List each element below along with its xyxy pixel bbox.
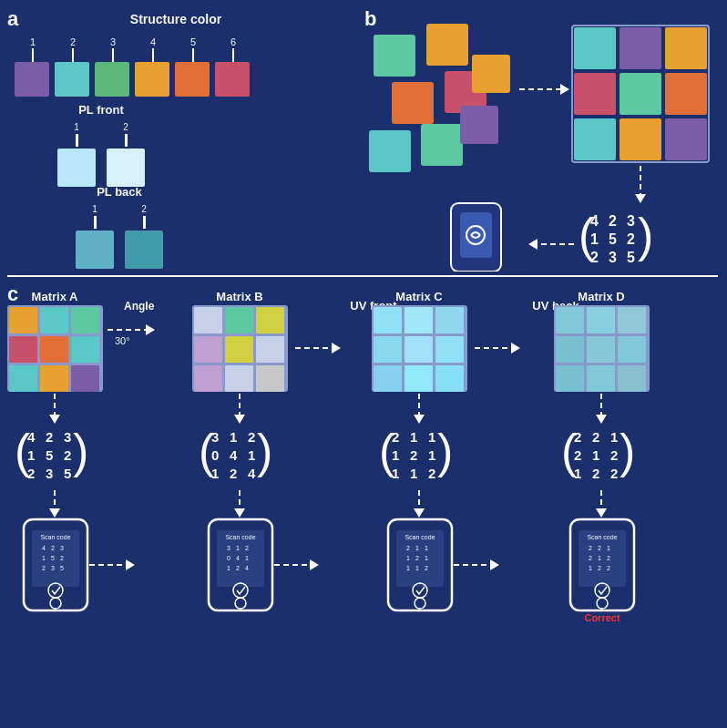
pl-back-num-1: 1	[92, 204, 97, 214]
pl-front-section: PL front 1 2	[57, 103, 145, 187]
svg-text:1: 1	[406, 565, 410, 571]
svg-rect-108	[194, 365, 222, 392]
svg-rect-54	[460, 212, 492, 258]
svg-text:1: 1	[406, 555, 410, 561]
svg-rect-22	[369, 130, 411, 172]
svg-text:3: 3	[46, 466, 53, 481]
pl-front-color-1	[57, 149, 96, 187]
svg-marker-98	[146, 324, 155, 335]
svg-text:2: 2	[406, 545, 410, 551]
svg-text:Matrix B: Matrix B	[216, 290, 262, 303]
svg-rect-151	[404, 336, 433, 363]
svg-text:1: 1	[245, 555, 249, 561]
pl-back-num-2: 2	[141, 204, 147, 214]
svg-text:1: 1	[415, 565, 419, 571]
svg-text:2: 2	[589, 545, 592, 551]
pl-back-color-1	[76, 231, 114, 269]
matrix-a-title: Matrix A	[32, 290, 78, 303]
pl-back-label: PL back	[76, 185, 163, 199]
svg-text:1: 1	[410, 466, 417, 481]
svg-text:2: 2	[236, 565, 240, 571]
svg-rect-18	[374, 35, 415, 77]
svg-text:5: 5	[51, 555, 55, 561]
pl-front-label: PL front	[57, 103, 145, 117]
svg-text:Angle: Angle	[124, 300, 155, 313]
svg-text:2: 2	[51, 545, 55, 551]
svg-rect-61	[9, 336, 37, 363]
svg-marker-141	[310, 559, 319, 570]
svg-text:Correct: Correct	[584, 612, 619, 623]
svg-marker-144	[332, 343, 341, 354]
svg-text:1: 1	[425, 555, 428, 561]
svg-rect-30	[665, 27, 707, 69]
svg-text:1: 1	[592, 447, 599, 463]
svg-rect-35	[619, 118, 661, 160]
pl-front-swatch-2: 2	[107, 122, 145, 187]
section-b-svg: 4 2 3 1 5 2 2 3 5 ( ) Mini program	[364, 7, 720, 272]
pl-front-swatch-1: 1	[57, 122, 96, 187]
pl-front-num-2: 2	[123, 122, 128, 132]
svg-text:4: 4	[245, 565, 249, 571]
svg-rect-24	[472, 55, 510, 93]
svg-text:2: 2	[60, 555, 64, 561]
svg-rect-63	[71, 336, 99, 363]
svg-rect-102	[194, 307, 222, 333]
svg-text:2: 2	[425, 565, 428, 571]
svg-rect-19	[426, 24, 468, 66]
svg-marker-39	[635, 194, 646, 203]
svg-text:(: (	[379, 425, 395, 477]
svg-rect-107	[256, 336, 284, 363]
svg-rect-36	[665, 118, 707, 160]
svg-rect-32	[619, 73, 661, 115]
pl-back-swatch-2: 2	[125, 204, 163, 269]
svg-text:): )	[257, 425, 272, 477]
svg-text:Scan code: Scan code	[404, 534, 435, 540]
svg-text:3: 3	[60, 545, 64, 551]
svg-text:1: 1	[227, 565, 230, 571]
pl-back-bar-2	[143, 216, 146, 229]
svg-text:2: 2	[42, 565, 46, 571]
svg-text:2: 2	[598, 545, 601, 551]
svg-text:): )	[638, 209, 653, 261]
svg-text:1: 1	[236, 545, 240, 551]
pl-back-swatch-1: 1	[76, 204, 114, 269]
svg-marker-157	[414, 415, 425, 424]
svg-rect-62	[40, 336, 68, 363]
svg-marker-27	[560, 84, 569, 95]
svg-text:1: 1	[42, 555, 46, 561]
svg-rect-109	[225, 365, 253, 392]
svg-rect-20	[392, 82, 434, 124]
svg-text:5: 5	[609, 231, 617, 247]
section-c: c Matrix A 4 2 3 1 5 2 2	[7, 282, 720, 721]
svg-rect-150	[374, 336, 402, 363]
section-c-svg: Matrix A 4 2 3 1 5 2 2 3 5	[7, 282, 720, 724]
svg-rect-65	[40, 365, 68, 392]
svg-rect-60	[71, 307, 99, 333]
svg-rect-192	[556, 307, 584, 333]
pl-back-swatches: 1 2	[76, 204, 163, 269]
svg-rect-58	[9, 307, 37, 333]
svg-rect-34	[574, 118, 616, 160]
svg-rect-193	[587, 307, 615, 333]
svg-text:Matrix D: Matrix D	[578, 290, 624, 303]
svg-text:Scan code: Scan code	[587, 534, 617, 540]
pl-front-color-2	[107, 149, 145, 187]
svg-rect-195	[556, 336, 584, 363]
svg-text:2: 2	[64, 447, 71, 463]
svg-text:1: 1	[410, 429, 417, 445]
svg-marker-215	[596, 508, 607, 518]
section-b-label: b	[364, 7, 376, 31]
svg-text:2: 2	[592, 429, 599, 445]
pl-front-bar-1	[76, 134, 78, 147]
svg-text:2: 2	[607, 565, 610, 571]
svg-text:2: 2	[592, 466, 599, 481]
svg-text:2: 2	[609, 213, 617, 229]
section-a: a Structure color PL front 1 2	[7, 7, 335, 276]
svg-rect-106	[225, 336, 253, 363]
svg-text:): )	[619, 425, 635, 477]
svg-text:3: 3	[227, 545, 230, 551]
svg-text:2: 2	[589, 555, 592, 561]
svg-text:1: 1	[598, 555, 601, 561]
svg-text:5: 5	[46, 447, 53, 463]
svg-text:(: (	[15, 425, 31, 477]
